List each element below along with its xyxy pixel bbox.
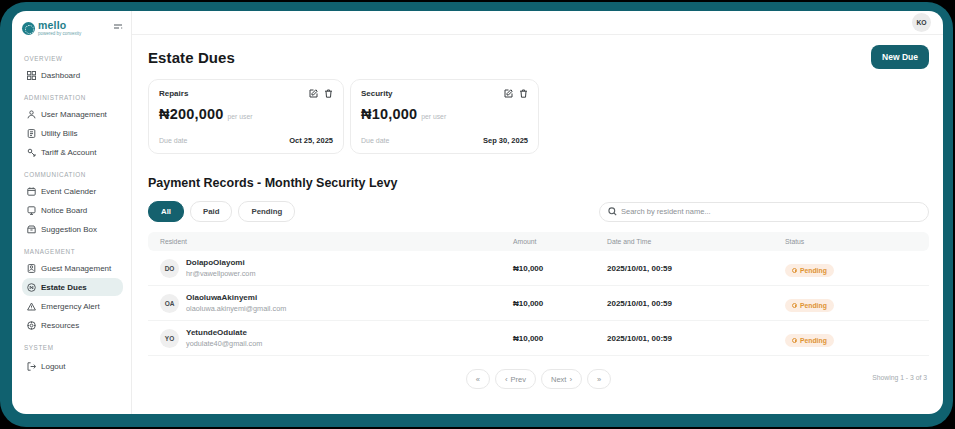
card-title: Repairs <box>159 89 188 98</box>
sidebar-item-guest-management[interactable]: Guest Management <box>22 259 123 277</box>
resident-avatar: YO <box>160 329 179 348</box>
app-frame: mello powered by convexity OVERVIEW Dash… <box>0 2 953 427</box>
nav-section-management: MANAGEMENT Guest Management Estate Dues … <box>22 248 123 335</box>
column-status: Status <box>785 238 917 245</box>
resident-name: YetundeOdulate <box>186 328 262 337</box>
status-badge: Pending <box>785 299 834 312</box>
sidebar-item-resources[interactable]: Resources <box>22 316 123 334</box>
search-input[interactable] <box>621 207 920 216</box>
new-due-button[interactable]: New Due <box>871 45 929 69</box>
card-amount: ₦200,000 <box>159 106 224 122</box>
due-cards: Repairs ₦200,000 per user Due date <box>148 79 929 154</box>
sidebar-item-event-calender[interactable]: Event Calender <box>22 182 123 200</box>
resident-name: OlaoluwaAkinyemi <box>186 293 286 302</box>
due-card-security: Security ₦10,000 per user Due date <box>350 79 539 154</box>
content: Estate Dues New Due Repairs <box>132 35 943 414</box>
resources-icon <box>27 321 36 330</box>
sidebar-item-label: Estate Dues <box>41 283 87 292</box>
table-header: Resident Amount Date and Time Status <box>148 232 929 251</box>
nav-section-overview: OVERVIEW Dashboard <box>22 55 123 85</box>
sidebar-item-estate-dues[interactable]: Estate Dues <box>22 278 123 296</box>
card-due-label: Due date <box>159 137 187 144</box>
tab-all[interactable]: All <box>148 201 184 222</box>
sidebar-item-label: Notice Board <box>41 206 87 215</box>
last-page-button[interactable]: » <box>587 369 611 389</box>
sidebar: mello powered by convexity OVERVIEW Dash… <box>12 11 132 414</box>
records-section-title: Payment Records - Monthly Security Levy <box>148 176 929 190</box>
main-area: KO Estate Dues New Due Repairs <box>132 11 943 414</box>
due-card-repairs: Repairs ₦200,000 per user Due date <box>148 79 344 154</box>
status-badge: Pending <box>785 264 834 277</box>
trash-icon[interactable] <box>324 89 333 98</box>
sidebar-item-label: Logout <box>41 362 65 371</box>
bill-icon <box>27 129 36 138</box>
clock-icon <box>792 268 797 273</box>
sidebar-item-suggestion-box[interactable]: Suggestion Box <box>22 220 123 238</box>
logout-icon <box>27 362 36 371</box>
chevron-left-icon: ‹ <box>505 375 508 384</box>
table-row: DO DolapoOlayomi hr@vawellpower.com ₦10,… <box>148 251 929 286</box>
sidebar-item-dashboard[interactable]: Dashboard <box>22 66 123 84</box>
first-page-button[interactable]: « <box>466 369 490 389</box>
nav-section-label: MANAGEMENT <box>24 248 123 255</box>
clock-icon <box>792 338 797 343</box>
prev-page-button[interactable]: ‹Prev <box>495 369 536 389</box>
trash-icon[interactable] <box>519 89 528 98</box>
box-icon <box>27 225 36 234</box>
sidebar-collapse-icon[interactable] <box>113 22 123 32</box>
dues-icon <box>27 283 36 292</box>
mello-logo-icon <box>22 22 35 35</box>
card-per-user: per user <box>421 113 446 120</box>
nav-section-label: OVERVIEW <box>24 55 123 62</box>
mello-logo: mello powered by convexity <box>22 20 81 36</box>
amount-cell: ₦10,000 <box>513 334 607 343</box>
sidebar-item-user-management[interactable]: User Management <box>22 105 123 123</box>
tab-paid[interactable]: Paid <box>190 201 232 222</box>
table-row: OA OlaoluwaAkinyemi olaoluwa.akinyemi@gm… <box>148 286 929 321</box>
nav-section-system: SYSTEM Logout <box>22 344 123 376</box>
logo-tagline: powered by convexity <box>38 32 81 37</box>
table-row: YO YetundeOdulate yodulate40@gmail.com ₦… <box>148 321 929 356</box>
resident-avatar: OA <box>160 294 179 313</box>
card-title: Security <box>361 89 393 98</box>
column-date: Date and Time <box>607 238 785 245</box>
alert-triangle-icon <box>27 302 36 311</box>
tariff-icon <box>27 148 36 157</box>
card-amount: ₦10,000 <box>361 106 417 122</box>
topbar: KO <box>132 11 943 35</box>
amount-cell: ₦10,000 <box>513 299 607 308</box>
date-cell: 2025/10/01, 00:59 <box>607 299 785 308</box>
sidebar-item-label: Event Calender <box>41 187 96 196</box>
nav-section-administration: ADMINISTRATION User Management Utility B… <box>22 94 123 162</box>
logo-name: mello <box>38 20 81 31</box>
pagination: « ‹Prev Next› » Showing 1 - 3 of 3 <box>148 368 929 390</box>
resident-email: olaoluwa.akinyemi@gmail.com <box>186 304 286 313</box>
column-resident: Resident <box>160 238 513 245</box>
date-cell: 2025/10/01, 00:59 <box>607 334 785 343</box>
card-due-date: Sep 30, 2025 <box>483 136 528 145</box>
sidebar-item-label: Utility Bills <box>41 129 77 138</box>
sidebar-item-utility-bills[interactable]: Utility Bills <box>22 124 123 142</box>
user-avatar[interactable]: KO <box>912 13 931 32</box>
sidebar-item-emergency-alert[interactable]: Emergency Alert <box>22 297 123 315</box>
clock-icon <box>792 303 797 308</box>
nav-section-label: SYSTEM <box>24 344 123 351</box>
sidebar-item-label: Resources <box>41 321 79 330</box>
tab-pending[interactable]: Pending <box>238 201 295 222</box>
status-filter-tabs: All Paid Pending <box>148 201 295 222</box>
search-box <box>599 202 929 222</box>
column-amount: Amount <box>513 238 607 245</box>
sidebar-item-tariff-account[interactable]: Tariff & Account <box>22 143 123 161</box>
resident-email: hr@vawellpower.com <box>186 269 255 278</box>
next-page-button[interactable]: Next› <box>541 369 582 389</box>
sidebar-item-label: Suggestion Box <box>41 225 97 234</box>
sidebar-item-logout[interactable]: Logout <box>22 357 123 375</box>
resident-email: yodulate40@gmail.com <box>186 339 262 348</box>
sidebar-item-notice-board[interactable]: Notice Board <box>22 201 123 219</box>
date-cell: 2025/10/01, 00:59 <box>607 264 785 273</box>
user-icon <box>27 110 36 119</box>
edit-icon[interactable] <box>504 89 513 98</box>
resident-name: DolapoOlayomi <box>186 258 255 267</box>
edit-icon[interactable] <box>309 89 318 98</box>
guest-icon <box>27 264 36 273</box>
